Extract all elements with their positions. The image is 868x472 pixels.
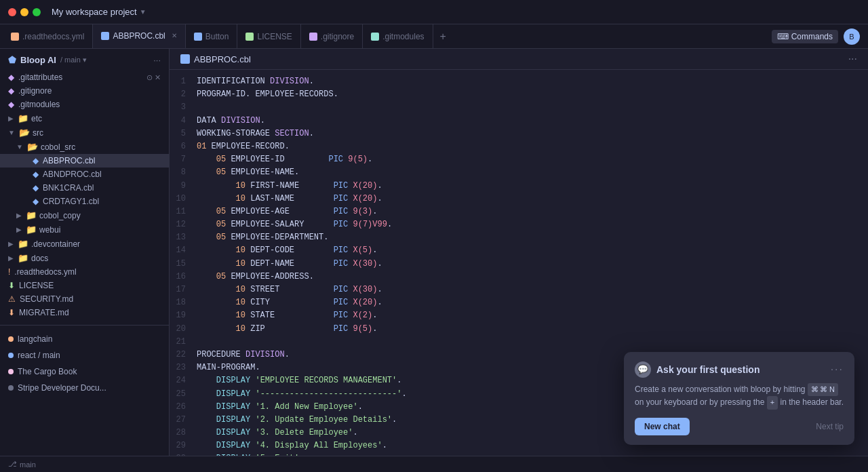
workspace-item-react[interactable]: react / main	[0, 347, 169, 363]
sidebar-folder-cobol-copy[interactable]: ▶ 📁 cobol_copy	[0, 208, 169, 222]
editor-filename: ABBPROC.cbl	[194, 54, 251, 64]
project-dot-icon	[8, 336, 14, 342]
sidebar-item-label: LICENSE	[19, 281, 54, 290]
file-dot-icon: ◆	[33, 183, 39, 193]
code-line: 10 10 LAST-NAME PIC X(20).	[170, 193, 868, 205]
editor-more-icon[interactable]: ···	[848, 53, 857, 65]
tab-label: ABBPROC.cbl	[113, 31, 165, 41]
sidebar: ⬟ Bloop AI / main ▾ ··· ◆ .gitattributes…	[0, 49, 170, 456]
code-line: 5 WORKING-STORAGE SECTION.	[170, 127, 868, 140]
new-tab-button[interactable]: +	[433, 24, 453, 49]
code-line: 9 10 FIRST-NAME PIC X(20).	[170, 180, 868, 193]
tab-close-icon[interactable]: ✕	[172, 32, 177, 39]
sidebar-item-label: SECURITY.md	[20, 294, 73, 304]
sidebar-item-abndproc[interactable]: ◆ ABNDPROC.cbl	[0, 168, 169, 181]
code-line: 18 10 CITY PIC X(20).	[170, 296, 868, 309]
sidebar-item-gitignore[interactable]: ◆ .gitignore	[0, 84, 169, 98]
minimize-button[interactable]	[20, 8, 28, 16]
sidebar-item-label: cobol_src	[41, 142, 75, 152]
sidebar-item-label: cobol_copy	[39, 211, 81, 220]
avatar[interactable]: B	[844, 28, 860, 45]
sidebar-folder-src[interactable]: ▼ 📂 src	[0, 125, 169, 140]
workspace-item-cargo-book[interactable]: The Cargo Book	[0, 363, 169, 380]
close-button[interactable]	[8, 8, 16, 16]
commands-icon: ⌨	[777, 32, 789, 41]
sidebar-item-abbproc[interactable]: ◆ ABBPROC.cbl	[0, 154, 169, 168]
collapse-icon: ▼	[8, 129, 15, 136]
file-dot-icon: !	[8, 267, 10, 277]
workspace-item-stripe[interactable]: Stripe Developer Docu...	[0, 380, 169, 396]
file-icon	[11, 33, 19, 41]
sidebar-item-label: docs	[31, 254, 48, 263]
sidebar-item-actions: ⊙ ✕	[146, 73, 161, 82]
sidebar-item-gitmodules[interactable]: ◆ .gitmodules	[0, 98, 169, 111]
project-dot-icon	[8, 385, 14, 391]
project-dot-icon	[8, 353, 14, 358]
tab-abbproc[interactable]: ABBPROC.cbl ✕	[93, 24, 185, 49]
sidebar-item-label: webui	[39, 225, 60, 235]
sidebar-item-label: etc	[31, 114, 42, 123]
bottom-bar: ⎇ main	[0, 456, 868, 472]
chat-widget-more-icon[interactable]: ···	[831, 363, 844, 376]
tab-label: .gitignore	[321, 32, 354, 41]
sidebar-item-readthedocs[interactable]: ! .readthedocs.yml	[0, 265, 169, 279]
branch-icon: ⎇	[8, 460, 17, 469]
sidebar-project-header[interactable]: ⬟ Bloop AI / main ▾ ···	[0, 49, 169, 71]
file-dot-icon: ◆	[8, 73, 14, 82]
code-line: 1 IDENTIFICATION DIVISION.	[170, 75, 868, 88]
sidebar-item-security[interactable]: ⚠ SECURITY.md	[0, 292, 169, 306]
sidebar-folder-devcontainer[interactable]: ▶ 📁 .devcontainer	[0, 237, 169, 251]
sidebar-folder-webui[interactable]: ▶ 📁 webui	[0, 222, 169, 237]
traffic-lights	[8, 8, 41, 16]
code-line: 3	[170, 101, 868, 114]
chat-widget-title: Ask your first question	[656, 364, 760, 375]
new-chat-button[interactable]: New chat	[635, 418, 690, 435]
sidebar-item-gitattributes[interactable]: ◆ .gitattributes ⊙ ✕	[0, 71, 169, 84]
sidebar-folder-etc[interactable]: ▶ 📁 etc	[0, 111, 169, 125]
commands-button[interactable]: ⌨ Commands	[772, 30, 838, 43]
tab-button[interactable]: Button	[186, 24, 238, 49]
sidebar-folder-docs[interactable]: ▶ 📁 docs	[0, 251, 169, 265]
tab-gitignore[interactable]: .gitignore	[301, 24, 363, 49]
folder-icon: 📁	[18, 113, 28, 123]
sidebar-folder-cobol-src[interactable]: ▼ 📂 cobol_src	[0, 140, 169, 154]
workspace-item-label: langchain	[18, 334, 52, 344]
next-tip-link[interactable]: Next tip	[816, 422, 844, 431]
workspace-separator	[0, 325, 169, 331]
file-icon	[371, 33, 379, 41]
collapse-icon: ▶	[8, 254, 14, 262]
file-dot-icon: ◆	[33, 170, 39, 179]
sidebar-item-label: .gitattributes	[18, 73, 62, 82]
workspace-item-langchain[interactable]: langchain	[0, 331, 169, 347]
tab-license[interactable]: LICENSE	[237, 24, 300, 49]
collapse-icon: ▶	[8, 115, 14, 122]
sidebar-item-migrate[interactable]: ⬇ MIGRATE.md	[0, 306, 169, 319]
shortcut-key: ⌘ N	[820, 384, 835, 396]
sidebar-item-label: .gitmodules	[18, 100, 60, 109]
tab-readthedocs[interactable]: .readthedocs.yml	[3, 24, 93, 49]
sidebar-item-bnk1cra[interactable]: ◆ BNK1CRA.cbl	[0, 181, 169, 195]
code-line: 16 05 EMPLOYEE-ADDRESS.	[170, 271, 868, 283]
sidebar-item-crdtagy1[interactable]: ◆ CRDTAGY1.cbl	[0, 195, 169, 208]
chat-widget-footer: New chat Next tip	[635, 418, 844, 435]
code-line: 19 10 STATE PIC X(2).	[170, 309, 868, 322]
workspace-title[interactable]: My workspace project ▼	[52, 7, 146, 17]
tabs-right: ⌨ Commands B	[772, 28, 868, 45]
code-line: 4 DATA DIVISION.	[170, 115, 868, 127]
workspace-item-label: Stripe Developer Docu...	[18, 383, 106, 393]
title-bar: My workspace project ▼	[0, 0, 868, 24]
workspace-item-label: The Cargo Book	[18, 367, 77, 376]
maximize-button[interactable]	[33, 8, 41, 16]
sidebar-item-license[interactable]: ⬇ LICENSE	[0, 279, 169, 292]
collapse-icon: ▼	[16, 143, 23, 151]
more-icon[interactable]: ···	[153, 55, 161, 65]
chat-body-text-1: Create a new conversation with bloop by …	[635, 385, 805, 394]
plus-icon: +	[770, 397, 774, 409]
file-dot-icon: ◆	[8, 86, 14, 96]
file-icon	[180, 54, 190, 64]
folder-icon: 📁	[18, 239, 28, 249]
chat-widget: 💬 Ask your first question ··· Create a n…	[624, 352, 854, 445]
tab-gitmodules[interactable]: .gitmodules	[363, 24, 433, 49]
code-line: 14 10 DEPT-CODE PIC X(5).	[170, 244, 868, 257]
chat-widget-body: Create a new conversation with bloop by …	[635, 383, 844, 410]
